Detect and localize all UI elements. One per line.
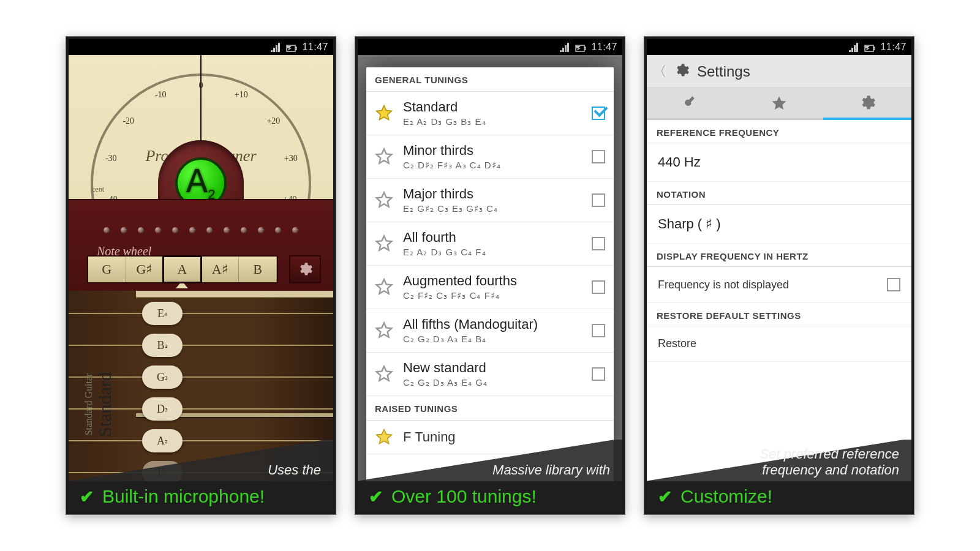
note-wheel-item[interactable]: G♯ bbox=[126, 257, 164, 282]
tuning-name: All fifths (Mandoguitar) bbox=[403, 317, 582, 332]
scale-mark: +30 bbox=[284, 154, 298, 163]
tuning-name: New standard bbox=[403, 360, 582, 376]
display-hertz-checkbox[interactable] bbox=[887, 278, 900, 291]
favorite-star-icon[interactable] bbox=[375, 191, 393, 209]
screenshot-tunings: 11:47 GENERAL TUNINGS StandardE₂ A₂ D₃ G… bbox=[355, 37, 625, 514]
tuning-name: Augmented fourths bbox=[403, 273, 582, 289]
tuning-notes: E₂ A₂ D₃ G₃ B₃ E₄ bbox=[403, 116, 582, 127]
tuning-notes: C₂ D♯₂ F♯₃ A₃ C₄ D♯₄ bbox=[403, 160, 582, 171]
notation-row[interactable]: Sharp ( ♯ ) bbox=[647, 205, 911, 244]
tuning-checkbox[interactable] bbox=[592, 107, 605, 120]
status-bar: 11:47 bbox=[358, 39, 622, 55]
scale-mark: -10 bbox=[155, 90, 167, 100]
star-icon bbox=[771, 95, 788, 112]
favorite-star-icon[interactable] bbox=[375, 365, 393, 383]
tuning-category: Standard Guitar bbox=[83, 372, 94, 437]
battery-charging-icon bbox=[285, 42, 298, 53]
signal-icon bbox=[559, 42, 570, 53]
gear-icon bbox=[859, 94, 876, 111]
tuning-row[interactable]: Major thirdsE₂ G♯₂ C₃ E₃ G♯₃ C₄ bbox=[366, 179, 614, 222]
signal-icon bbox=[270, 42, 281, 53]
favorite-star-icon[interactable] bbox=[375, 148, 393, 166]
section-reference-frequency: REFERENCE FREQUENCY bbox=[647, 120, 911, 143]
note-wheel[interactable]: GG♯AA♯B bbox=[87, 255, 278, 283]
tuning-row[interactable]: All fourthE₂ A₂ D₃ G₃ C₄ F₄ bbox=[366, 222, 614, 266]
status-bar: 11:47 bbox=[647, 39, 911, 55]
promo-caption: Uses the ✔ Built-in microphone! bbox=[69, 438, 333, 512]
detected-note-display: A2 bbox=[175, 157, 227, 199]
tuning-notes: E₂ G♯₂ C₃ E₃ G♯₃ C₄ bbox=[403, 203, 582, 214]
tuning-checkbox[interactable] bbox=[592, 150, 605, 163]
tuning-row[interactable]: Augmented fourthsC₂ F♯₂ C₃ F♯₃ C₄ F♯₄ bbox=[366, 266, 614, 309]
section-restore: RESTORE DEFAULT SETTINGS bbox=[647, 303, 911, 326]
tuning-notes: E₂ A₂ D₃ G₃ C₄ F₄ bbox=[403, 247, 582, 258]
display-hertz-row[interactable]: Frequency is not displayed bbox=[647, 267, 911, 303]
scale-mark: +20 bbox=[266, 116, 280, 126]
favorite-star-icon[interactable] bbox=[375, 278, 393, 296]
scale-mark: +10 bbox=[235, 90, 248, 100]
favorite-star-icon[interactable] bbox=[375, 234, 393, 253]
promo-headline: Over 100 tunings! bbox=[391, 486, 537, 507]
tuning-name: Standard bbox=[94, 372, 116, 437]
tuning-row[interactable]: New standardC₂ G₂ D₃ A₃ E₄ G₄ bbox=[366, 353, 614, 396]
back-button[interactable]: 〈 bbox=[653, 62, 666, 81]
tuning-checkbox[interactable] bbox=[592, 280, 605, 294]
tuning-notes: C₂ F♯₂ C₃ F♯₃ C₄ F♯₄ bbox=[403, 290, 582, 301]
promo-caption: Set preferred referencefrequency and not… bbox=[647, 438, 911, 512]
tuning-checkbox[interactable] bbox=[592, 193, 605, 207]
tunings-list[interactable]: StandardE₂ A₂ D₃ G₃ B₃ E₄Minor thirdsC₂ … bbox=[366, 92, 614, 396]
favorite-star-icon[interactable] bbox=[375, 104, 393, 122]
section-raised-tunings: RAISED TUNINGS bbox=[366, 396, 614, 421]
tuning-name: Standard bbox=[403, 99, 582, 115]
note-wheel-item[interactable]: A bbox=[164, 257, 202, 282]
battery-charging-icon bbox=[574, 42, 587, 53]
status-time: 11:47 bbox=[591, 42, 617, 53]
app-bar: 〈 Settings bbox=[647, 55, 911, 88]
note-wheel-panel: Note wheel GG♯AA♯B bbox=[69, 199, 333, 291]
settings-list: REFERENCE FREQUENCY 440 Hz NOTATION Shar… bbox=[647, 120, 911, 362]
scale-mark: +40 bbox=[284, 195, 297, 199]
tuning-checkbox[interactable] bbox=[592, 324, 605, 337]
tab-bar bbox=[647, 88, 911, 120]
settings-button[interactable] bbox=[289, 255, 321, 283]
tuning-checkbox[interactable] bbox=[592, 237, 605, 250]
tuning-name: Major thirds bbox=[403, 186, 582, 202]
detected-octave: 2 bbox=[208, 189, 216, 199]
string-note-pill[interactable]: D₃ bbox=[142, 397, 183, 421]
note-wheel-item[interactable]: G bbox=[88, 257, 126, 282]
tuning-row[interactable]: All fifths (Mandoguitar)C₂ G₂ D₃ A₃ E₄ B… bbox=[366, 309, 614, 353]
tab-instruments[interactable] bbox=[647, 88, 735, 118]
tuning-notes: C₂ G₂ D₃ A₃ E₄ G₄ bbox=[403, 377, 582, 388]
check-icon: ✔ bbox=[80, 487, 94, 507]
screenshot-tuner: 11:47 -50-40-30-20-100+10+20+30+40+50 ce… bbox=[66, 37, 336, 514]
page-title: Settings bbox=[697, 63, 750, 80]
string-note-pill[interactable]: B₃ bbox=[142, 334, 183, 357]
favorite-star-icon[interactable] bbox=[375, 321, 393, 340]
gear-icon bbox=[297, 261, 313, 277]
tuning-row[interactable]: Minor thirdsC₂ D♯₂ F♯₃ A₃ C₄ D♯₄ bbox=[366, 135, 614, 179]
restore-row[interactable]: Restore bbox=[647, 326, 911, 362]
scale-mark: 0 bbox=[199, 81, 203, 91]
tab-favorites[interactable] bbox=[735, 88, 823, 118]
status-time: 11:47 bbox=[880, 42, 907, 53]
signal-icon bbox=[848, 42, 859, 53]
note-wheel-item[interactable]: B bbox=[239, 257, 277, 282]
tuning-name: Minor thirds bbox=[403, 143, 582, 159]
tuner-dial-area: -50-40-30-20-100+10+20+30+40+50 cent Pro… bbox=[69, 55, 333, 199]
string-note-pill[interactable]: G₃ bbox=[142, 365, 183, 389]
note-wheel-item[interactable]: A♯ bbox=[202, 257, 239, 282]
screenshot-settings: 11:47 〈 Settings REFERENCE FREQUENCY 440… bbox=[644, 37, 914, 514]
status-bar: 11:47 bbox=[69, 39, 333, 55]
tuning-notes: C₂ G₂ D₃ A₃ E₄ B₄ bbox=[403, 334, 582, 345]
promo-lead: Uses the bbox=[268, 462, 321, 478]
gear-icon bbox=[674, 62, 690, 81]
battery-charging-icon bbox=[863, 42, 876, 53]
reference-frequency-row[interactable]: 440 Hz bbox=[647, 143, 911, 182]
check-icon: ✔ bbox=[369, 487, 383, 507]
tab-settings[interactable] bbox=[823, 88, 911, 120]
promo-lead: Set preferred referencefrequency and not… bbox=[760, 446, 899, 478]
tuning-row[interactable]: StandardE₂ A₂ D₃ G₃ B₃ E₄ bbox=[366, 92, 614, 135]
status-time: 11:47 bbox=[302, 42, 328, 53]
string-note-pill[interactable]: E₄ bbox=[142, 302, 183, 325]
tuning-checkbox[interactable] bbox=[592, 367, 605, 381]
